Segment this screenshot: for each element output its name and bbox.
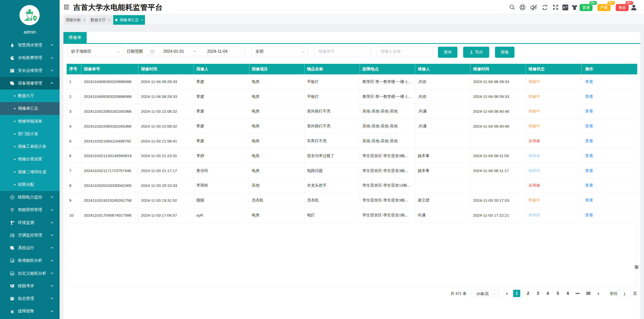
svg-text:A: A: [563, 6, 565, 9]
svg-text:文: 文: [565, 5, 568, 8]
